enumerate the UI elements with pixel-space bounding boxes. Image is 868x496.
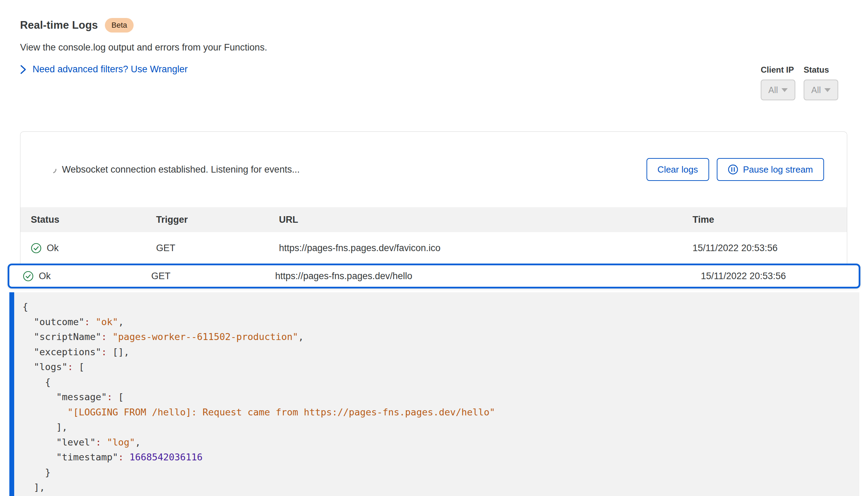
column-header-time: Time bbox=[693, 214, 847, 225]
client-ip-filter-label: Client IP bbox=[761, 65, 795, 75]
status-filter-value: All bbox=[811, 85, 821, 95]
column-header-url: URL bbox=[279, 214, 693, 225]
log-table-header: Status Trigger URL Time bbox=[20, 207, 847, 232]
stream-status-message: Websocket connection established. Listen… bbox=[62, 164, 639, 175]
log-detail-code: { "outcome": "ok", "scriptName": "pages-… bbox=[22, 299, 859, 495]
wrangler-link-label: Need advanced filters? Use Wrangler bbox=[33, 64, 188, 75]
pause-log-stream-button-label: Pause log stream bbox=[743, 164, 813, 175]
ok-status-icon bbox=[31, 243, 42, 254]
time-cell: 15/11/2022 20:53:56 bbox=[701, 271, 859, 282]
beta-badge: Beta bbox=[105, 18, 134, 33]
clear-logs-button-label: Clear logs bbox=[658, 164, 698, 175]
clear-logs-button[interactable]: Clear logs bbox=[647, 158, 709, 181]
page-subtitle: View the console.log output and errors f… bbox=[20, 42, 267, 53]
status-filter-label: Status bbox=[804, 65, 838, 75]
expanded-log-row[interactable]: Ok GET https://pages-fns.pages.dev/hello… bbox=[8, 264, 860, 288]
time-cell: 15/11/2022 20:53:56 bbox=[693, 243, 847, 254]
page-title: Real-time Logs bbox=[20, 19, 98, 31]
client-ip-filter-value: All bbox=[768, 85, 778, 95]
ok-status-icon bbox=[23, 271, 34, 282]
stream-status-bar: Websocket connection established. Listen… bbox=[20, 132, 847, 207]
status-cell-label: Ok bbox=[47, 243, 59, 254]
column-header-trigger: Trigger bbox=[156, 214, 279, 225]
client-ip-filter-dropdown[interactable]: All bbox=[761, 80, 795, 100]
wrangler-link[interactable]: Need advanced filters? Use Wrangler bbox=[20, 64, 267, 75]
chevron-right-icon bbox=[20, 65, 26, 74]
dropdown-caret-icon bbox=[781, 88, 788, 92]
log-table-row[interactable]: Ok GET https://pages-fns.pages.dev/favic… bbox=[20, 232, 847, 264]
url-cell: https://pages-fns.pages.dev/hello bbox=[275, 271, 701, 282]
page-header: Real-time Logs Beta View the console.log… bbox=[20, 18, 267, 75]
log-filters: Client IP All Status All bbox=[761, 65, 838, 100]
pause-log-stream-button[interactable]: Pause log stream bbox=[717, 158, 824, 181]
log-detail-panel: { "outcome": "ok", "scriptName": "pages-… bbox=[9, 292, 859, 496]
status-filter-dropdown[interactable]: All bbox=[804, 80, 838, 100]
url-cell: https://pages-fns.pages.dev/favicon.ico bbox=[279, 243, 693, 254]
trigger-cell: GET bbox=[151, 271, 275, 282]
column-header-status: Status bbox=[31, 214, 156, 225]
pause-icon bbox=[728, 164, 738, 175]
status-cell-label: Ok bbox=[39, 271, 51, 282]
expanded-log-entry: Ok GET https://pages-fns.pages.dev/hello… bbox=[8, 264, 860, 496]
spinner-icon bbox=[47, 164, 58, 175]
status-cell: Ok bbox=[31, 243, 156, 254]
trigger-cell: GET bbox=[156, 243, 279, 254]
logs-panel: Websocket connection established. Listen… bbox=[20, 131, 847, 264]
dropdown-caret-icon bbox=[824, 88, 831, 92]
status-cell: Ok bbox=[23, 271, 151, 282]
